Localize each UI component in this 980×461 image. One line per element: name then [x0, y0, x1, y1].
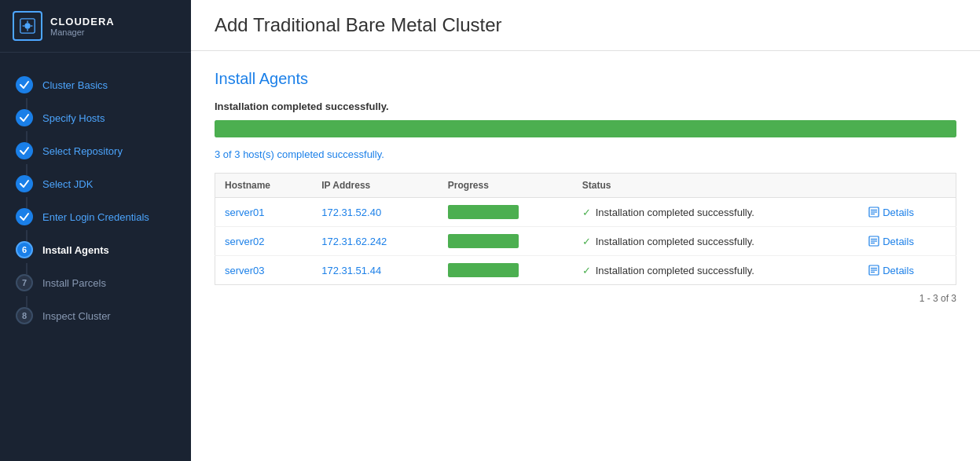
step-label-6: Install Agents — [42, 244, 109, 256]
step-label-2: Specify Hosts — [42, 112, 105, 124]
table-row: server03 172.31.51.44 ✓ Installation com… — [215, 256, 956, 285]
step-label-8: Inspect Cluster — [42, 310, 111, 322]
cell-progress — [439, 227, 573, 256]
cell-ip: 172.31.51.44 — [312, 256, 439, 285]
install-agents-panel: Install Agents Installation completed su… — [191, 51, 980, 461]
cell-ip: 172.31.62.242 — [312, 227, 439, 256]
table-row: server01 172.31.52.40 ✓ Installation com… — [215, 198, 956, 227]
sidebar-step-8: 8 Inspect Cluster — [0, 299, 191, 332]
cell-details[interactable]: Details — [859, 198, 956, 227]
sidebar-step-5[interactable]: Enter Login Credentials — [0, 200, 191, 233]
cell-status: ✓ Installation completed successfully. — [573, 227, 859, 256]
progress-bar-fill — [215, 120, 956, 137]
cell-hostname: server01 — [215, 198, 313, 227]
step-label-7: Install Parcels — [42, 277, 106, 289]
col-progress: Progress — [439, 174, 573, 198]
logo-box — [13, 11, 42, 41]
sidebar-header: CLOUDERA Manager — [0, 0, 191, 53]
step-circle-6: 6 — [16, 241, 33, 258]
sidebar-step-7: 7 Install Parcels — [0, 266, 191, 299]
step-label-1: Cluster Basics — [42, 79, 108, 91]
sidebar-step-3[interactable]: Select Repository — [0, 134, 191, 167]
nav-steps: Cluster Basics Specify Hosts Select Repo… — [0, 53, 191, 461]
page-header: Add Traditional Bare Metal Cluster — [191, 0, 980, 51]
status-text: Installation completed successfully. — [596, 236, 754, 247]
check-icon: ✓ — [582, 236, 591, 247]
step-circle-1 — [16, 76, 33, 93]
step-circle-7: 7 — [16, 274, 33, 291]
cell-progress — [439, 198, 573, 227]
col-actions — [859, 174, 956, 198]
cell-details[interactable]: Details — [859, 256, 956, 285]
step-circle-8: 8 — [16, 307, 33, 324]
brand-name: CLOUDERA — [50, 16, 115, 27]
cloudera-logo-icon — [19, 17, 36, 35]
sidebar-step-4[interactable]: Select JDK — [0, 167, 191, 200]
check-icon: ✓ — [582, 265, 591, 276]
check-icon: ✓ — [582, 207, 591, 218]
step-circle-4 — [16, 175, 33, 192]
main-content: Add Traditional Bare Metal Cluster Insta… — [191, 0, 980, 461]
col-ip: IP Address — [312, 174, 439, 198]
sidebar-step-6[interactable]: 6 Install Agents — [0, 233, 191, 266]
mini-progress-bar — [448, 263, 519, 277]
col-status: Status — [573, 174, 859, 198]
page-title: Add Traditional Bare Metal Cluster — [215, 14, 956, 36]
details-link[interactable]: Details — [868, 265, 946, 276]
step-label-4: Select JDK — [42, 178, 93, 190]
cell-details[interactable]: Details — [859, 227, 956, 256]
details-icon — [868, 236, 879, 247]
cell-hostname: server03 — [215, 256, 313, 285]
cell-ip: 172.31.52.40 — [312, 198, 439, 227]
step-circle-3 — [16, 142, 33, 159]
step-label-3: Select Repository — [42, 145, 123, 157]
mini-progress-bar — [448, 205, 519, 219]
sidebar-step-2[interactable]: Specify Hosts — [0, 101, 191, 134]
cell-status: ✓ Installation completed successfully. — [573, 256, 859, 285]
section-title: Install Agents — [215, 70, 956, 88]
cell-hostname: server02 — [215, 227, 313, 256]
hosts-summary: 3 of 3 host(s) completed successfully. — [215, 148, 956, 160]
table-row: server02 172.31.62.242 ✓ Installation co… — [215, 227, 956, 256]
col-hostname: Hostname — [215, 174, 313, 198]
mini-progress-bar — [448, 234, 519, 248]
details-icon — [868, 207, 879, 218]
brand-sub: Manager — [50, 27, 115, 37]
step-label-5: Enter Login Credentials — [42, 211, 149, 223]
details-link[interactable]: Details — [868, 207, 946, 218]
sidebar-step-1[interactable]: Cluster Basics — [0, 68, 191, 101]
svg-point-1 — [24, 23, 30, 28]
progress-bar-container — [215, 120, 956, 137]
step-circle-5 — [16, 208, 33, 225]
cell-progress — [439, 256, 573, 285]
brand-text: CLOUDERA Manager — [50, 16, 115, 37]
success-message: Installation completed successfully. — [215, 101, 956, 112]
pagination-info: 1 - 3 of 3 — [215, 293, 956, 304]
details-link[interactable]: Details — [868, 236, 946, 247]
step-circle-2 — [16, 109, 33, 126]
cell-status: ✓ Installation completed successfully. — [573, 198, 859, 227]
details-icon — [868, 265, 879, 276]
status-text: Installation completed successfully. — [596, 265, 754, 276]
status-text: Installation completed successfully. — [596, 207, 754, 218]
hosts-table: Hostname IP Address Progress Status serv… — [215, 173, 956, 285]
sidebar: CLOUDERA Manager Cluster Basics Specify … — [0, 0, 191, 461]
content-area: Install Agents Installation completed su… — [191, 51, 980, 461]
